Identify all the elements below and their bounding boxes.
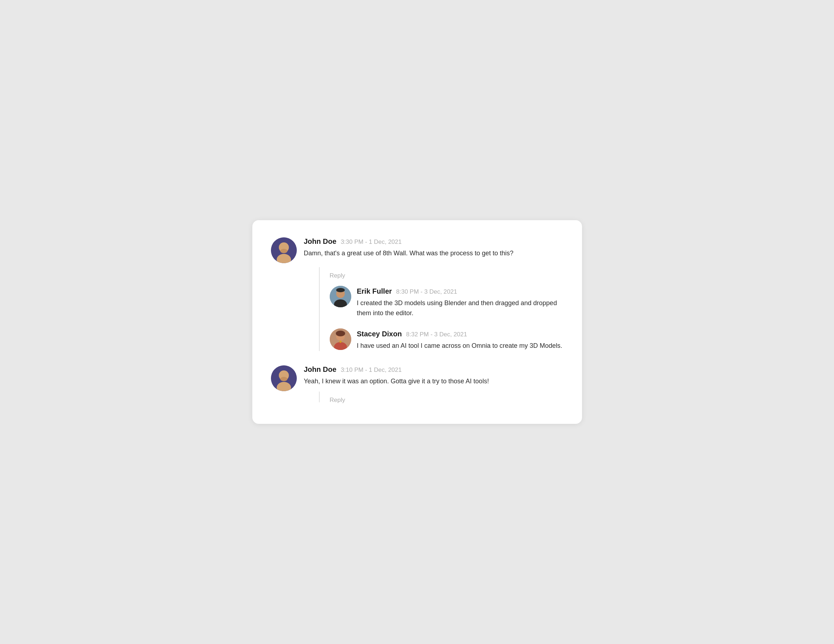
comment-body: Erik Fuller 8:30 PM - 3 Dec, 2021 I crea… (357, 286, 563, 319)
comment-body: John Doe 3:30 PM - 1 Dec, 2021 Damn, tha… (304, 237, 563, 351)
author-name: Erik Fuller (357, 287, 392, 296)
replies-list: Erik Fuller 8:30 PM - 3 Dec, 2021 I crea… (330, 286, 563, 351)
thread-line-wrapper (304, 267, 330, 351)
reply-action: Reply (330, 392, 345, 404)
reply-item: Erik Fuller 8:30 PM - 3 Dec, 2021 I crea… (330, 286, 563, 319)
avatar (330, 286, 351, 307)
thread-container: Reply (304, 267, 563, 351)
svg-point-10 (336, 331, 345, 337)
comments-card: John Doe 3:30 PM - 1 Dec, 2021 Damn, tha… (252, 220, 582, 424)
timestamp: 8:30 PM - 3 Dec, 2021 (396, 288, 457, 296)
author-name: John Doe (304, 237, 336, 246)
svg-point-16 (280, 377, 288, 381)
timestamp: 8:32 PM - 3 Dec, 2021 (406, 331, 467, 338)
timestamp: 3:10 PM - 1 Dec, 2021 (341, 366, 402, 374)
reply-button[interactable]: Reply (330, 272, 345, 279)
comment-text: Yeah, I knew it was an option. Gotta giv… (304, 377, 563, 387)
comment-header: John Doe 3:30 PM - 1 Dec, 2021 (304, 237, 563, 246)
comment-item: John Doe 3:30 PM - 1 Dec, 2021 Damn, tha… (271, 237, 563, 351)
reply-section: Reply (304, 392, 563, 404)
comment-body: John Doe 3:10 PM - 1 Dec, 2021 Yeah, I k… (304, 366, 563, 404)
thread-line (319, 267, 320, 351)
svg-point-12 (339, 341, 341, 343)
comment-text: I created the 3D models using Blender an… (357, 298, 563, 319)
replies-section: Reply (330, 267, 563, 351)
author-name: Stacey Dixon (357, 330, 402, 338)
thread-line-wrapper (304, 392, 330, 404)
svg-point-7 (336, 288, 345, 292)
avatar (271, 237, 297, 263)
separator (271, 354, 563, 366)
svg-point-3 (280, 249, 288, 253)
avatar (330, 328, 351, 350)
comment-text: I have used an AI tool I came across on … (357, 341, 563, 351)
timestamp: 3:30 PM - 1 Dec, 2021 (341, 238, 402, 246)
avatar (271, 366, 297, 391)
reply-item: Stacey Dixon 8:32 PM - 3 Dec, 2021 I hav… (330, 328, 563, 351)
comment-header: Erik Fuller 8:30 PM - 3 Dec, 2021 (357, 287, 563, 296)
comment-header: John Doe 3:10 PM - 1 Dec, 2021 (304, 366, 563, 374)
comment-text: Damn, that's a great use of 8th Wall. Wh… (304, 249, 563, 259)
author-name: John Doe (304, 366, 336, 374)
comment-item: John Doe 3:10 PM - 1 Dec, 2021 Yeah, I k… (271, 366, 563, 404)
reply-button[interactable]: Reply (330, 396, 345, 404)
comment-body: Stacey Dixon 8:32 PM - 3 Dec, 2021 I hav… (357, 328, 563, 351)
thread-line (319, 392, 320, 402)
comment-header: Stacey Dixon 8:32 PM - 3 Dec, 2021 (357, 330, 563, 338)
